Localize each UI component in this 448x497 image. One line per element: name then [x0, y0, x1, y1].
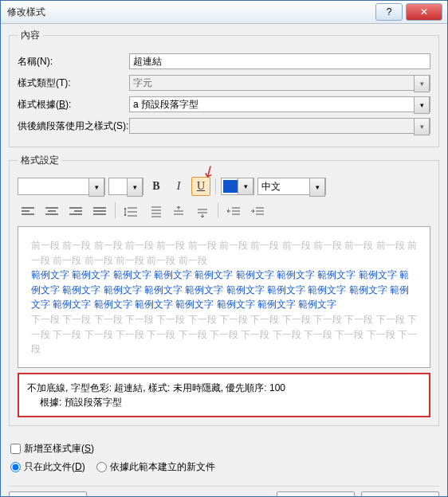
preview-prev-paragraph: 前一段 前一段 前一段 前一段 前一段 前一段 前一段 前一段 前一段 前一段 … [31, 238, 417, 268]
align-left-button[interactable] [18, 202, 38, 221]
chevron-down-icon[interactable]: ▾ [309, 178, 325, 197]
type-label: 樣式類型(T): [18, 76, 129, 90]
bold-button[interactable]: B [147, 177, 166, 196]
help-button[interactable]: ? [375, 3, 403, 21]
format-button[interactable]: 格式(O)▾ [9, 491, 87, 496]
preview-next-paragraph: 下一段 下一段 下一段 下一段 下一段 下一段 下一段 下一段 下一段 下一段 … [31, 312, 417, 357]
only-this-doc-radio[interactable] [10, 462, 21, 472]
new-based-template-label: 依據此範本建立的新文件 [110, 460, 215, 474]
following-label: 供後續段落使用之樣式(S): [18, 119, 129, 133]
line-spacing-2-button[interactable] [144, 202, 165, 221]
lang-combo[interactable]: 中文 ▾ [257, 178, 326, 195]
separator [215, 178, 216, 194]
separator [115, 202, 116, 218]
italic-button[interactable]: I [169, 177, 188, 196]
chevron-down-icon[interactable]: ▾ [414, 96, 430, 114]
preview-sample-text: 範例文字 範例文字 範例文字 範例文字 範例文字 範例文字 範例文字 範例文字 … [31, 268, 417, 312]
chevron-down-icon: ▾ [414, 118, 430, 135]
increase-indent-button[interactable] [247, 202, 268, 221]
space-after-button[interactable] [192, 202, 213, 221]
color-swatch [223, 180, 238, 193]
titlebar: 修改樣式 ? ✕ [1, 1, 447, 24]
chevron-down-icon: ▾ [414, 75, 430, 92]
chevron-down-icon[interactable]: ▾ [127, 178, 143, 197]
summary-line: 不加底線, 字型色彩: 超連結, 樣式: 未用時隱藏, 優先順序: 100 [27, 381, 421, 395]
formatting-legend: 格式設定 [18, 154, 62, 167]
chevron-down-icon[interactable]: ▾ [238, 178, 253, 195]
type-select: 字元 ▾ [129, 75, 430, 91]
formatting-group: 格式設定 ▾ ▾ B I U ↙ ▾ [9, 154, 439, 426]
font-name-combo[interactable]: ▾ [18, 178, 105, 195]
align-center-button[interactable] [41, 202, 62, 221]
underline-button[interactable]: U ↙ [191, 177, 210, 196]
align-right-button[interactable] [65, 202, 86, 221]
content-legend: 內容 [18, 29, 43, 42]
space-before-button[interactable] [168, 202, 189, 221]
only-this-doc-label: 只在此文件(D) [24, 460, 85, 474]
chevron-down-icon[interactable]: ▾ [88, 178, 104, 197]
following-select: ▾ [129, 118, 430, 134]
based-select[interactable]: a 預設段落字型 ▾ [129, 96, 430, 112]
font-size-combo[interactable]: ▾ [108, 178, 143, 195]
name-label: 名稱(N): [18, 55, 129, 68]
line-spacing-1-button[interactable] [120, 202, 141, 221]
add-to-gallery-checkbox[interactable] [10, 444, 21, 454]
font-color-combo[interactable]: ▾ [221, 178, 254, 195]
window-title: 修改樣式 [1, 6, 45, 19]
close-button[interactable]: ✕ [406, 3, 442, 21]
summary-line: 根據: 預設段落字型 [27, 395, 421, 409]
preview-pane: 前一段 前一段 前一段 前一段 前一段 前一段 前一段 前一段 前一段 前一段 … [18, 226, 430, 368]
name-input[interactable] [129, 53, 430, 69]
cancel-button[interactable]: 取消 [361, 491, 439, 496]
add-to-gallery-label: 新增至樣式庫(S) [24, 442, 94, 456]
ok-button[interactable]: 確定 [277, 491, 355, 496]
style-summary: 不加底線, 字型色彩: 超連結, 樣式: 未用時隱藏, 優先順序: 100 根據… [18, 373, 430, 417]
separator [218, 202, 218, 218]
based-label: 樣式根據(B): [18, 98, 129, 112]
new-based-template-radio[interactable] [96, 462, 107, 472]
align-justify-button[interactable] [89, 202, 110, 221]
decrease-indent-button[interactable] [223, 202, 244, 221]
content-group: 內容 名稱(N): 樣式類型(T): 字元 ▾ 樣式根據(B): a 預設段落字… [9, 29, 439, 147]
